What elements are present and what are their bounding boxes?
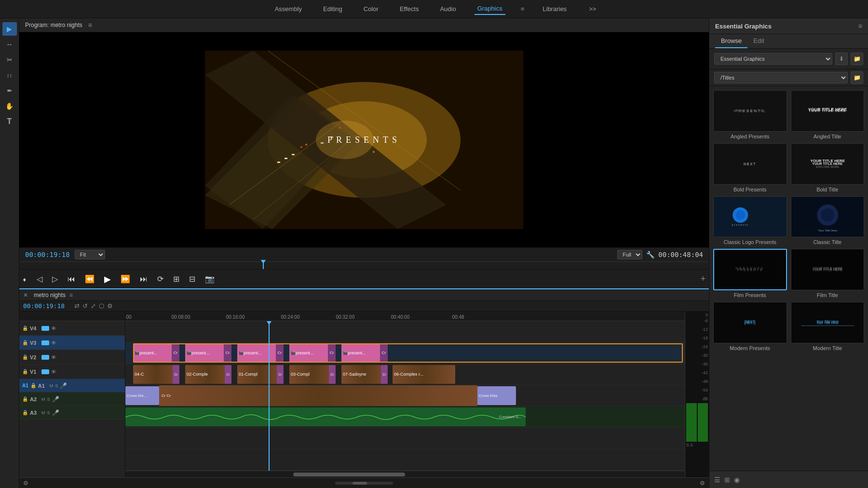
- timeline-tool5[interactable]: ⚙: [107, 302, 113, 310]
- v2-clip-2[interactable]: 02-Comple Cr: [185, 365, 231, 384]
- grid-view-icon[interactable]: ⊞: [724, 476, 730, 484]
- track-v4-eye[interactable]: 👁: [51, 325, 56, 331]
- v2-clip-4[interactable]: 03-Compl Cr: [289, 365, 336, 384]
- selection-tool-btn[interactable]: ▶: [2, 22, 17, 36]
- track-a2-s[interactable]: S: [47, 397, 50, 402]
- timeline-tool3[interactable]: ⤢: [91, 302, 96, 310]
- track-a3-m[interactable]: M: [41, 410, 45, 415]
- track-a1-s[interactable]: S: [55, 383, 58, 388]
- v1-video-clips[interactable]: Cr Cr: [159, 385, 477, 406]
- v3-clip-3[interactable]: 🎬 present... Cr: [237, 343, 284, 362]
- template-film-presents[interactable]: PRESENTS Film Presents: [713, 249, 787, 298]
- playhead-ruler[interactable]: [19, 261, 709, 269]
- track-a3-s[interactable]: S: [47, 410, 50, 415]
- v2-clip-3[interactable]: 01-Compl Cr: [237, 365, 284, 384]
- ripple-edit-tool-btn[interactable]: ✂: [2, 53, 17, 67]
- timeline-tool4[interactable]: ⬡: [99, 302, 104, 310]
- play-btn[interactable]: ▶: [101, 272, 114, 286]
- panel-tab-browse[interactable]: Browse: [715, 34, 747, 48]
- timeline-end-btn[interactable]: ⚙: [700, 480, 705, 487]
- tracks-content[interactable]: 00:00 00:08:00 00:16:00 00:24:00 00:32:0…: [125, 312, 685, 477]
- nav-audio[interactable]: Audio: [437, 3, 459, 14]
- template-classic-logo-presents-thumb[interactable]: presents: [713, 196, 787, 238]
- v3-clip-2[interactable]: 🎬 present... Cr: [185, 343, 231, 362]
- timeline-menu-btn[interactable]: ≡: [69, 292, 73, 298]
- overwrite-btn[interactable]: ⊟: [186, 272, 198, 285]
- graphics-library-dropdown[interactable]: Essential Graphics: [714, 53, 832, 65]
- template-modern-title-thumb[interactable]: Your Title Here: [791, 302, 865, 343]
- monitor-menu-icon[interactable]: ≡: [88, 21, 92, 29]
- v3-clip-4[interactable]: 🎬 present... Cr: [289, 343, 336, 362]
- track-v2-eye[interactable]: 👁: [51, 354, 56, 360]
- fit-dropdown[interactable]: Fit 25% 50% 100%: [75, 250, 105, 259]
- track-v1-lock[interactable]: 🔒: [22, 369, 28, 374]
- mark-clip-btn[interactable]: ▷: [49, 272, 61, 285]
- template-film-presents-thumb[interactable]: PRESENTS: [713, 249, 787, 290]
- wrench-icon[interactable]: 🔧: [646, 251, 654, 258]
- template-bold-presents-thumb[interactable]: NEXT: [713, 143, 787, 185]
- nav-color[interactable]: Color: [361, 3, 381, 14]
- time-ruler[interactable]: 00:00 00:08:00 00:16:00 00:24:00 00:32:0…: [125, 312, 685, 321]
- nav-more-btn[interactable]: >>: [589, 5, 596, 13]
- template-bold-title-thumb[interactable]: YOUR TITLE HERE EXPLORE MORE: [791, 143, 865, 185]
- a1-track-content[interactable]: Constant G...: [125, 407, 685, 428]
- timeline-tool2[interactable]: ↺: [82, 302, 88, 310]
- template-modern-presents[interactable]: [NEXT] Modern Presents: [713, 302, 787, 351]
- v1-track-content[interactable]: Cross Dis... Cr Cr Cross Diss: [125, 385, 685, 407]
- track-a3-lock[interactable]: 🔒: [22, 410, 28, 415]
- v3-track-content[interactable]: 🎬 present... Cr 🎬 present... Cr 🎬 presen…: [125, 342, 685, 364]
- path-folder-btn[interactable]: 📁: [851, 71, 863, 84]
- track-v2-toggle[interactable]: [41, 355, 49, 360]
- v2-clip-5[interactable]: 07-Sadoyne Cr: [341, 365, 388, 384]
- zoom-slider[interactable]: [335, 482, 393, 485]
- track-a1-lock[interactable]: 🔒: [30, 383, 36, 388]
- track-v1-eye[interactable]: 👁: [51, 369, 56, 375]
- track-a3-mic[interactable]: 🎤: [52, 409, 59, 416]
- v2-clip-1[interactable]: 04-C Cr: [133, 365, 179, 384]
- template-classic-title-thumb[interactable]: Your Title Here: [791, 196, 865, 238]
- track-v3-eye[interactable]: 👁: [51, 340, 56, 346]
- template-angled-title-thumb[interactable]: YOUR TITLE HERE: [791, 90, 865, 132]
- nav-editing[interactable]: Editing: [320, 3, 345, 14]
- nav-assembly[interactable]: Assembly: [272, 3, 305, 14]
- template-angled-presents-thumb[interactable]: PRESENTS: [713, 90, 787, 132]
- track-a1-mic[interactable]: 🎤: [60, 382, 67, 389]
- text-tool-btn[interactable]: T: [2, 115, 17, 128]
- mark-in-btn[interactable]: ⬧: [19, 273, 30, 285]
- track-v2-lock[interactable]: 🔒: [22, 354, 28, 360]
- panel-menu-icon[interactable]: ≡: [858, 22, 862, 30]
- pen-tool-btn[interactable]: ✒: [2, 84, 17, 97]
- track-a2-mic[interactable]: 🎤: [52, 396, 59, 403]
- track-a2-m[interactable]: M: [41, 397, 45, 402]
- template-angled-presents[interactable]: PRESENTS Angled Presents: [713, 90, 787, 139]
- current-time-display[interactable]: 00:00:19:18: [25, 251, 70, 258]
- template-film-title[interactable]: YOUR TITLE HERE Film Title: [791, 249, 865, 298]
- a2-track-content[interactable]: [125, 428, 685, 449]
- track-v4-toggle[interactable]: [41, 326, 49, 331]
- install-motion-graphics-btn[interactable]: ⬇: [835, 53, 848, 65]
- v1-cross-diss-1[interactable]: Cross Dis...: [125, 386, 159, 405]
- a3-track-content[interactable]: [125, 449, 685, 471]
- template-classic-title[interactable]: Your Title Here Classic Title: [791, 196, 865, 245]
- nav-graphics[interactable]: Graphics: [475, 3, 505, 15]
- track-v3-toggle[interactable]: [41, 340, 49, 345]
- v2-clip-6[interactable]: 06-Complex r...: [393, 365, 455, 384]
- timeline-settings-btn[interactable]: ⚙: [23, 480, 28, 487]
- track-a1-m[interactable]: M: [50, 383, 54, 388]
- slip-tool-btn[interactable]: ↕↕: [2, 68, 17, 82]
- template-bold-presents[interactable]: NEXT Bold Presents: [713, 143, 787, 192]
- timeline-close-btn[interactable]: ✕: [19, 292, 32, 298]
- track-select-tool-btn[interactable]: ↔: [2, 38, 17, 51]
- step-forward-btn[interactable]: ⏩: [118, 272, 133, 285]
- timeline-scrollbar[interactable]: [125, 471, 685, 477]
- v4-track-content[interactable]: [125, 321, 685, 342]
- path-dropdown[interactable]: /Titles: [714, 72, 848, 83]
- template-film-title-thumb[interactable]: YOUR TITLE HERE: [791, 249, 865, 290]
- v3-clip-1[interactable]: 🎬 present... Cr: [133, 343, 179, 362]
- v3-clip-5[interactable]: 🎬 present... Cr: [341, 343, 388, 362]
- timeline-time-display[interactable]: 00:00:19:18: [23, 302, 65, 310]
- track-v1-toggle[interactable]: [41, 369, 49, 374]
- hand-tool-btn[interactable]: ✋: [2, 99, 17, 113]
- insert-btn[interactable]: ⊞: [170, 272, 182, 285]
- add-track-btn[interactable]: +: [697, 273, 709, 285]
